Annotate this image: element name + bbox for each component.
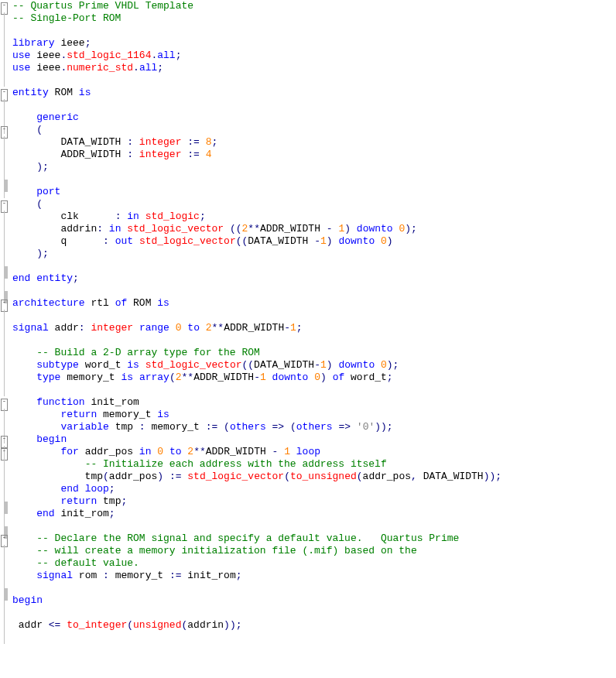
code-line[interactable]: use ieee.std_logic_1164.all; — [12, 50, 501, 62]
token: return — [60, 409, 97, 420]
code-line[interactable]: return memory_t is — [12, 409, 501, 421]
code-line[interactable]: begin — [12, 433, 501, 446]
token: DATA_WIDTH — [248, 235, 314, 247]
code-line[interactable]: clk : in std_logic; — [12, 211, 501, 223]
code-line[interactable] — [12, 582, 501, 594]
code-line[interactable]: use ieee.numeric_std.all; — [12, 62, 501, 74]
gutter-cell — [0, 50, 11, 62]
code-editor: --------- -- Quartus Prime VHDL Template… — [0, 0, 616, 644]
code-line[interactable]: begin — [12, 594, 501, 607]
token: memory_t — [97, 409, 157, 420]
code-line[interactable]: architecture rtl of ROM is — [12, 297, 501, 310]
code-line[interactable]: function init_rom — [12, 396, 501, 409]
token: use — [12, 62, 30, 74]
token: type — [36, 372, 60, 383]
token: '0' — [357, 421, 375, 433]
token: rtl — [85, 297, 115, 309]
code-line[interactable] — [12, 285, 501, 297]
token: => — [338, 421, 351, 433]
code-line[interactable]: variable tmp : memory_t := (others => (o… — [12, 421, 501, 433]
code-line[interactable]: ( — [12, 198, 501, 211]
code-line[interactable]: -- Build a 2-D array type for the ROM — [12, 347, 501, 359]
code-line[interactable]: -- Declare the ROM signal and specify a … — [12, 532, 501, 545]
code-line[interactable]: addrin: in std_logic_vector ((2**ADDR_WI… — [12, 223, 501, 235]
code-line[interactable]: ADDR_WIDTH : integer := 4 — [12, 149, 501, 161]
code-line[interactable]: -- Initialize each address with the addr… — [12, 458, 501, 471]
code-line[interactable]: q : out std_logic_vector((DATA_WIDTH -1)… — [12, 235, 501, 248]
token: 8 — [206, 136, 212, 148]
code-line[interactable]: -- default value. — [12, 557, 501, 570]
token: : — [139, 421, 145, 433]
code-line[interactable]: signal addr: integer range 0 to 2**ADDR_… — [12, 322, 501, 334]
token: 1 — [284, 446, 290, 457]
token — [12, 446, 60, 457]
code-line[interactable]: DATA_WIDTH : integer := 8; — [12, 136, 501, 149]
code-line[interactable] — [12, 334, 501, 347]
code-line[interactable]: ); — [12, 161, 501, 173]
gutter-cell — [0, 322, 11, 334]
code-line[interactable] — [12, 74, 501, 87]
token: - — [284, 322, 290, 334]
token: variable — [60, 421, 108, 433]
token: addr_pos — [79, 446, 139, 457]
code-line[interactable] — [12, 173, 501, 186]
code-line[interactable]: -- Quartus Prime VHDL Template — [12, 0, 501, 12]
code-line[interactable] — [12, 607, 501, 619]
code-line[interactable]: port — [12, 186, 501, 198]
code-line[interactable]: entity ROM is — [12, 87, 501, 99]
code-line[interactable]: generic — [12, 111, 501, 124]
token: ( — [357, 471, 363, 482]
token — [12, 372, 36, 383]
code-line[interactable] — [12, 260, 501, 272]
gutter-cell — [0, 136, 11, 149]
token: others — [296, 421, 333, 433]
code-line[interactable]: ); — [12, 248, 501, 260]
token: DATA_WIDTH — [12, 136, 127, 148]
code-line[interactable]: tmp(addr_pos) := std_logic_vector(to_uns… — [12, 471, 501, 483]
code-line[interactable]: return tmp; — [12, 495, 501, 508]
code-line[interactable]: type memory_t is array(2**ADDR_WIDTH-1 d… — [12, 372, 501, 384]
token: array — [139, 372, 169, 383]
token: ); — [387, 359, 399, 371]
code-line[interactable] — [12, 520, 501, 532]
code-line[interactable]: -- will create a memory initialization f… — [12, 545, 501, 557]
code-line[interactable]: signal rom : memory_t := init_rom; — [12, 570, 501, 582]
token: => — [272, 421, 285, 433]
code-line[interactable]: end loop; — [12, 483, 501, 495]
code-line[interactable]: library ieee; — [12, 37, 501, 50]
code-line[interactable] — [12, 25, 501, 37]
token — [200, 149, 206, 160]
token: ; — [176, 50, 182, 61]
token: architecture — [12, 297, 85, 309]
code-line[interactable]: ( — [12, 124, 501, 136]
token: end — [60, 483, 78, 495]
token: ) — [157, 471, 163, 482]
token — [12, 557, 36, 569]
code-line[interactable] — [12, 384, 501, 396]
gutter-cell: - — [0, 446, 11, 458]
token: 2 — [206, 322, 212, 334]
token: : — [103, 570, 109, 581]
code-line[interactable] — [12, 310, 501, 322]
code-line[interactable]: -- Single-Port ROM — [12, 12, 501, 25]
code-line[interactable]: for addr_pos in 0 to 2**ADDR_WIDTH - 1 l… — [12, 446, 501, 458]
token: ** — [182, 372, 194, 383]
code-line[interactable] — [12, 632, 501, 644]
token: unsigned — [133, 619, 181, 631]
token — [200, 136, 206, 148]
code-line[interactable] — [12, 99, 501, 111]
token: downto — [357, 223, 393, 235]
token: ADDR_WIDTH — [224, 322, 284, 334]
token: range — [139, 322, 169, 334]
gutter-cell — [0, 384, 11, 396]
code-line[interactable]: end init_rom; — [12, 508, 501, 520]
code-line[interactable]: subtype word_t is std_logic_vector((DATA… — [12, 359, 501, 372]
code-line[interactable]: addr <= to_integer(unsigned(addrin)); — [12, 619, 501, 632]
token: std_logic_1164 — [67, 50, 151, 61]
token: addr_pos — [109, 471, 157, 482]
code-area[interactable]: -- Quartus Prime VHDL Template-- Single-… — [11, 0, 501, 644]
token: 1 — [320, 359, 327, 371]
token — [375, 235, 381, 247]
code-line[interactable]: end entity; — [12, 272, 501, 285]
token: addrin — [187, 619, 224, 631]
